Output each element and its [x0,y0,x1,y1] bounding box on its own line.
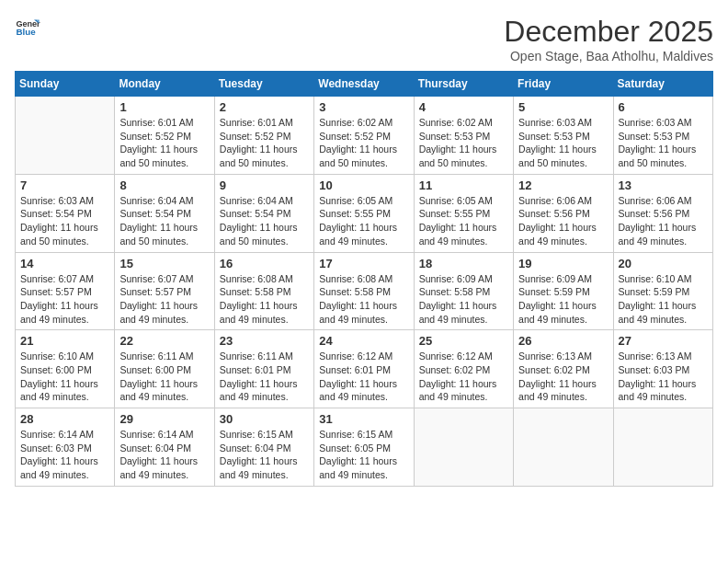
page-header: General Blue December 2025 Open Stage, B… [15,15,713,63]
calendar-cell: 5Sunrise: 6:03 AM Sunset: 5:53 PM Daylig… [514,97,613,175]
logo-icon: General Blue [15,15,40,40]
day-number: 16 [220,257,309,270]
calendar-week-3: 14Sunrise: 6:07 AM Sunset: 5:57 PM Dayli… [16,252,713,330]
calendar-cell: 31Sunrise: 6:15 AM Sunset: 6:05 PM Dayli… [314,408,414,487]
day-info: Sunrise: 6:15 AM Sunset: 6:05 PM Dayligh… [319,428,408,482]
day-info: Sunrise: 6:13 AM Sunset: 6:02 PM Dayligh… [518,350,608,404]
calendar-cell: 30Sunrise: 6:15 AM Sunset: 6:04 PM Dayli… [214,408,313,487]
day-number: 22 [119,334,209,348]
day-info: Sunrise: 6:01 AM Sunset: 5:52 PM Dayligh… [220,116,309,170]
calendar-cell: 18Sunrise: 6:09 AM Sunset: 5:58 PM Dayli… [414,252,513,330]
calendar-cell: 10Sunrise: 6:05 AM Sunset: 5:55 PM Dayli… [314,174,414,252]
day-info: Sunrise: 6:07 AM Sunset: 5:57 PM Dayligh… [119,272,209,327]
logo: General Blue [15,15,40,40]
day-info: Sunrise: 6:09 AM Sunset: 5:59 PM Dayligh… [518,272,608,327]
day-info: Sunrise: 6:03 AM Sunset: 5:53 PM Dayligh… [518,116,608,170]
calendar-cell: 28Sunrise: 6:14 AM Sunset: 6:03 PM Dayli… [16,408,115,487]
col-header-thursday: Thursday [414,72,513,97]
day-number: 1 [119,100,209,114]
day-number: 27 [619,334,708,348]
day-number: 6 [619,100,708,114]
day-info: Sunrise: 6:06 AM Sunset: 5:56 PM Dayligh… [619,194,708,248]
day-number: 5 [518,100,608,114]
calendar-cell [613,408,712,487]
day-number: 17 [319,257,408,270]
day-info: Sunrise: 6:06 AM Sunset: 5:56 PM Dayligh… [518,194,608,248]
day-number: 20 [619,257,708,270]
calendar-cell: 26Sunrise: 6:13 AM Sunset: 6:02 PM Dayli… [514,330,613,408]
day-number: 30 [220,412,309,426]
calendar-cell: 6Sunrise: 6:03 AM Sunset: 5:53 PM Daylig… [613,97,712,175]
col-header-wednesday: Wednesday [314,72,414,97]
day-number: 4 [419,100,508,114]
calendar-cell: 20Sunrise: 6:10 AM Sunset: 5:59 PM Dayli… [613,252,712,330]
title-block: December 2025 Open Stage, Baa Atholhu, M… [504,15,713,63]
col-header-monday: Monday [115,72,214,97]
day-info: Sunrise: 6:02 AM Sunset: 5:53 PM Dayligh… [419,116,508,170]
day-number: 23 [220,334,309,348]
calendar-cell: 14Sunrise: 6:07 AM Sunset: 5:57 PM Dayli… [16,252,115,330]
day-number: 18 [419,257,508,270]
calendar-week-4: 21Sunrise: 6:10 AM Sunset: 6:00 PM Dayli… [16,330,713,408]
calendar-cell: 23Sunrise: 6:11 AM Sunset: 6:01 PM Dayli… [214,330,313,408]
calendar-cell: 25Sunrise: 6:12 AM Sunset: 6:02 PM Dayli… [414,330,513,408]
calendar-cell: 11Sunrise: 6:05 AM Sunset: 5:55 PM Dayli… [414,174,513,252]
col-header-sunday: Sunday [16,72,115,97]
day-number: 24 [319,334,408,348]
day-number: 21 [20,334,109,348]
calendar-cell: 8Sunrise: 6:04 AM Sunset: 5:54 PM Daylig… [115,174,214,252]
day-number: 10 [319,178,408,192]
day-number: 14 [20,257,109,270]
calendar-week-2: 7Sunrise: 6:03 AM Sunset: 5:54 PM Daylig… [16,174,713,252]
day-info: Sunrise: 6:08 AM Sunset: 5:58 PM Dayligh… [319,272,408,327]
day-number: 15 [119,257,209,270]
calendar-header-row: SundayMondayTuesdayWednesdayThursdayFrid… [16,72,713,97]
calendar-cell: 1Sunrise: 6:01 AM Sunset: 5:52 PM Daylig… [115,97,214,175]
day-number: 29 [119,412,209,426]
day-number: 3 [319,100,408,114]
day-info: Sunrise: 6:11 AM Sunset: 6:01 PM Dayligh… [220,350,309,404]
day-number: 8 [119,178,209,192]
day-info: Sunrise: 6:09 AM Sunset: 5:58 PM Dayligh… [419,272,508,327]
calendar-cell [514,408,613,487]
day-number: 28 [20,412,109,426]
calendar-cell: 29Sunrise: 6:14 AM Sunset: 6:04 PM Dayli… [115,408,214,487]
day-number: 19 [518,257,608,270]
day-info: Sunrise: 6:12 AM Sunset: 6:02 PM Dayligh… [419,350,508,404]
day-info: Sunrise: 6:10 AM Sunset: 5:59 PM Dayligh… [619,272,708,327]
day-info: Sunrise: 6:05 AM Sunset: 5:55 PM Dayligh… [319,194,408,248]
day-number: 12 [518,178,608,192]
day-number: 7 [20,178,109,192]
calendar-cell: 22Sunrise: 6:11 AM Sunset: 6:00 PM Dayli… [115,330,214,408]
calendar-cell: 27Sunrise: 6:13 AM Sunset: 6:03 PM Dayli… [613,330,712,408]
day-info: Sunrise: 6:14 AM Sunset: 6:04 PM Dayligh… [119,428,209,482]
day-info: Sunrise: 6:03 AM Sunset: 5:54 PM Dayligh… [20,194,109,248]
calendar-cell [16,97,115,175]
calendar-cell: 7Sunrise: 6:03 AM Sunset: 5:54 PM Daylig… [16,174,115,252]
day-number: 13 [619,178,708,192]
month-title: December 2025 [504,15,713,49]
day-info: Sunrise: 6:04 AM Sunset: 5:54 PM Dayligh… [119,194,209,248]
calendar-cell: 3Sunrise: 6:02 AM Sunset: 5:52 PM Daylig… [314,97,414,175]
calendar-cell: 17Sunrise: 6:08 AM Sunset: 5:58 PM Dayli… [314,252,414,330]
day-info: Sunrise: 6:07 AM Sunset: 5:57 PM Dayligh… [20,272,109,327]
day-info: Sunrise: 6:13 AM Sunset: 6:03 PM Dayligh… [619,350,708,404]
day-info: Sunrise: 6:10 AM Sunset: 6:00 PM Dayligh… [20,350,109,404]
col-header-tuesday: Tuesday [214,72,313,97]
day-info: Sunrise: 6:08 AM Sunset: 5:58 PM Dayligh… [220,272,309,327]
calendar-cell: 21Sunrise: 6:10 AM Sunset: 6:00 PM Dayli… [16,330,115,408]
day-number: 26 [518,334,608,348]
col-header-friday: Friday [514,72,613,97]
calendar-cell: 24Sunrise: 6:12 AM Sunset: 6:01 PM Dayli… [314,330,414,408]
day-number: 25 [419,334,508,348]
day-number: 11 [419,178,508,192]
day-number: 31 [319,412,408,426]
calendar-cell: 2Sunrise: 6:01 AM Sunset: 5:52 PM Daylig… [214,97,313,175]
day-info: Sunrise: 6:03 AM Sunset: 5:53 PM Dayligh… [619,116,708,170]
location-subtitle: Open Stage, Baa Atholhu, Maldives [504,49,713,63]
calendar-cell: 15Sunrise: 6:07 AM Sunset: 5:57 PM Dayli… [115,252,214,330]
day-number: 2 [220,100,309,114]
svg-text:Blue: Blue [16,27,36,37]
day-info: Sunrise: 6:12 AM Sunset: 6:01 PM Dayligh… [319,350,408,404]
calendar-cell [414,408,513,487]
